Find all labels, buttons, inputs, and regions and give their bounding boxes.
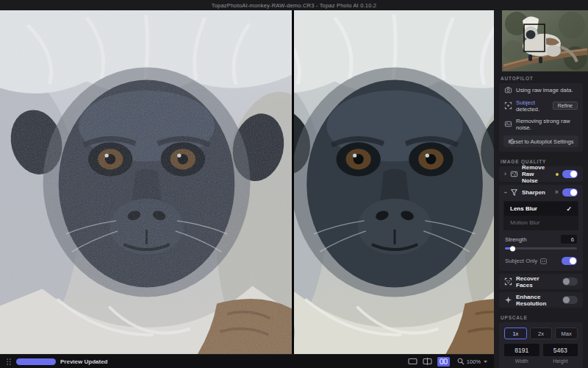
right-sidebar: AUTOPILOT Using raw image data.: [494, 10, 588, 368]
reset-icon: [509, 138, 515, 145]
autopilot-panel: Using raw image data. Subject detected. …: [499, 83, 583, 152]
upscale-mode-buttons: 1x 2x Max: [504, 328, 578, 339]
single-view-icon: [408, 358, 417, 365]
upscale-panel: 1x 2x Max 8191 Width 5463 Height Preserv…: [499, 322, 583, 368]
subject-only-label: Subject Only: [505, 258, 537, 264]
subject-only-toggle[interactable]: [562, 257, 577, 265]
attention-dot: [556, 173, 559, 176]
enhance-resolution-row[interactable]: Enhance Resolution: [499, 292, 583, 308]
reset-autopilot-button[interactable]: Reset to Autopilot Settings: [503, 135, 578, 147]
mask-icon: [540, 258, 547, 264]
original-monkey-image: [0, 10, 292, 354]
sparkle-icon: [504, 296, 512, 304]
sharpen-label: Sharpen: [522, 189, 545, 196]
height-input[interactable]: 5463: [543, 344, 578, 356]
sharpen-header-row[interactable]: › Sharpen ×: [499, 185, 583, 200]
autopilot-item-label: Removing strong raw noise.: [516, 118, 578, 131]
autopilot-item-label: Subject detected.: [516, 99, 546, 113]
face-detect-icon: [504, 277, 512, 286]
upscale-section-header: UPSCALE: [501, 315, 582, 320]
single-view-button[interactable]: [408, 358, 417, 365]
enhanced-monkey-image: [294, 10, 494, 354]
enhance-resolution-toggle[interactable]: [562, 296, 578, 304]
lens-blur-option[interactable]: Lens Blur ✓: [504, 202, 578, 216]
zoom-level: 100%: [467, 358, 481, 365]
recover-faces-row[interactable]: Recover Faces: [499, 274, 583, 289]
split-view-button[interactable]: [423, 358, 432, 365]
subject-detect-icon: [504, 102, 512, 110]
blur-model-list: Lens Blur ✓ Motion Blur: [503, 201, 578, 230]
sharpen-icon: [510, 188, 518, 197]
width-input[interactable]: 8191: [504, 344, 539, 356]
navigator-image: [502, 10, 588, 71]
side-by-side-view-button[interactable]: [437, 357, 450, 367]
refine-button[interactable]: Refine: [553, 102, 578, 110]
app-window: TopazPhotoAI-monkey-RAW-demo.CR3 - Topaz…: [0, 0, 588, 368]
mode-max-button[interactable]: Max: [555, 328, 578, 339]
close-icon[interactable]: ×: [555, 189, 559, 196]
split-view-icon: [423, 358, 432, 365]
remove-raw-noise-row[interactable]: › Remove Raw Noise: [499, 166, 583, 182]
title-bar: TopazPhotoAI-monkey-RAW-demo.CR3 - Topaz…: [0, 0, 588, 10]
slider-knob[interactable]: [510, 246, 515, 251]
autopilot-noise-item: Removing strong raw noise.: [499, 115, 583, 133]
enhance-resolution-label: Enhance Resolution: [516, 294, 555, 307]
strength-control: Strength 6: [499, 235, 583, 254]
autopilot-raw-data-item: Using raw image data.: [499, 83, 583, 96]
original-image-panel[interactable]: [0, 10, 294, 354]
camera-icon: [504, 86, 512, 94]
mode-2x-button[interactable]: 2x: [530, 328, 553, 339]
zoom-magnifier-icon: [457, 358, 465, 365]
window-title: TopazPhotoAI-monkey-RAW-demo.CR3 - Topaz…: [212, 2, 377, 9]
autopilot-item-label: Using raw image data.: [516, 87, 573, 93]
enhanced-image-panel[interactable]: [294, 10, 494, 354]
chevron-down-icon[interactable]: ›: [502, 191, 509, 194]
strength-value[interactable]: 6: [561, 235, 577, 244]
remove-raw-noise-label: Remove Raw Noise: [522, 164, 548, 184]
drag-handle-icon[interactable]: [6, 358, 12, 366]
sharpen-panel: › Sharpen × Lens Blur ✓: [499, 185, 583, 271]
subject-only-row: Subject Only: [499, 254, 583, 271]
strength-label: Strength: [505, 236, 526, 243]
motion-blur-option[interactable]: Motion Blur: [504, 216, 578, 230]
zoom-control[interactable]: 100%: [457, 358, 488, 365]
lens-blur-label: Lens Blur: [510, 205, 537, 212]
sharpen-toggle[interactable]: [562, 188, 578, 197]
autopilot-section-header: AUTOPILOT: [501, 76, 582, 81]
recover-faces-toggle[interactable]: [562, 277, 578, 286]
denoise-icon: [510, 170, 518, 178]
chevron-right-icon[interactable]: ›: [504, 171, 506, 177]
remove-raw-noise-toggle[interactable]: [562, 170, 578, 178]
zoom-caret-icon: [483, 360, 488, 364]
mode-1x-button[interactable]: 1x: [504, 328, 527, 339]
height-label: Height: [543, 358, 578, 364]
reset-button-label: Reset to Autopilot Settings: [508, 138, 573, 145]
motion-blur-label: Motion Blur: [510, 219, 539, 226]
image-icon: [504, 120, 512, 128]
width-label: Width: [504, 358, 539, 364]
recover-faces-label: Recover Faces: [516, 275, 555, 289]
check-icon: ✓: [566, 205, 572, 213]
comparison-canvas: [0, 10, 494, 354]
navigator-thumbnail[interactable]: [502, 10, 588, 71]
image-quality-section-header: IMAGE QUALITY: [501, 159, 582, 164]
progress-pill: [16, 358, 56, 365]
status-bar: Preview Updated: [0, 354, 494, 368]
autopilot-subject-item: Subject detected. Refine: [499, 96, 583, 115]
strength-slider[interactable]: [505, 247, 577, 250]
side-by-side-icon: [440, 358, 448, 364]
preview-status: Preview Updated: [60, 358, 107, 365]
